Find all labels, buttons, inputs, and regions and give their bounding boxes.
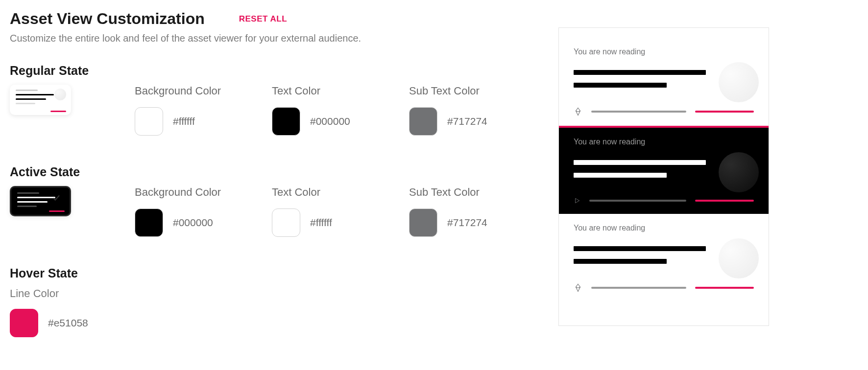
regular-bg-label: Background Color bbox=[135, 85, 242, 97]
svg-marker-0 bbox=[576, 198, 579, 203]
preview-thumbnail-circle bbox=[719, 238, 759, 278]
page-title: Asset View Customization bbox=[10, 10, 205, 28]
hover-line-value: #e51058 bbox=[48, 317, 88, 329]
preview-thumbnail-circle bbox=[719, 62, 759, 102]
regular-state-title: Regular State bbox=[10, 64, 539, 78]
preview-panel: You are now reading You are now reading bbox=[558, 27, 769, 326]
active-bg-swatch[interactable] bbox=[135, 208, 163, 237]
hover-line-swatch[interactable] bbox=[10, 309, 38, 337]
active-text-field: Text Color #ffffff bbox=[272, 186, 380, 237]
regular-text-field: Text Color #000000 bbox=[272, 85, 380, 136]
preview-subtitle: You are now reading bbox=[574, 47, 754, 56]
preview-item-regular: You are now reading bbox=[559, 38, 769, 126]
regular-sub-field: Sub Text Color #717274 bbox=[409, 85, 517, 136]
active-bg-label: Background Color bbox=[135, 186, 242, 199]
active-state-title: Active State bbox=[10, 165, 539, 179]
reset-all-button[interactable]: RESET ALL bbox=[239, 14, 287, 24]
active-bg-field: Background Color #000000 bbox=[135, 186, 242, 237]
regular-bg-field: Background Color #ffffff bbox=[135, 85, 242, 136]
regular-sub-label: Sub Text Color bbox=[409, 85, 517, 97]
hover-state-title: Hover State bbox=[10, 266, 539, 280]
regular-text-swatch[interactable] bbox=[272, 107, 300, 136]
play-icon bbox=[574, 197, 580, 204]
pdf-icon bbox=[574, 283, 582, 292]
regular-bg-swatch[interactable] bbox=[135, 107, 163, 136]
active-sub-field: Sub Text Color #717274 bbox=[409, 186, 517, 237]
regular-state-thumbnail bbox=[10, 85, 71, 115]
check-icon bbox=[52, 193, 61, 202]
active-bg-value: #000000 bbox=[173, 217, 213, 229]
page-subtitle: Customize the entire look and feel of th… bbox=[10, 33, 539, 44]
active-sub-value: #717274 bbox=[447, 217, 487, 229]
active-text-swatch[interactable] bbox=[272, 208, 300, 237]
active-text-label: Text Color bbox=[272, 186, 380, 199]
preview-item-regular: You are now reading bbox=[559, 214, 769, 302]
active-sub-label: Sub Text Color bbox=[409, 186, 517, 199]
active-sub-swatch[interactable] bbox=[409, 208, 437, 237]
regular-sub-swatch[interactable] bbox=[409, 107, 437, 136]
active-state-thumbnail bbox=[10, 186, 71, 216]
regular-bg-value: #ffffff bbox=[173, 116, 195, 127]
preview-thumbnail-circle bbox=[719, 152, 759, 192]
preview-subtitle: You are now reading bbox=[574, 224, 754, 232]
active-text-value: #ffffff bbox=[310, 217, 332, 229]
regular-text-value: #000000 bbox=[310, 116, 350, 127]
preview-subtitle: You are now reading bbox=[574, 138, 754, 146]
regular-sub-value: #717274 bbox=[447, 116, 487, 127]
hover-line-label: Line Color bbox=[10, 287, 539, 300]
preview-item-active: You are now reading bbox=[559, 128, 769, 214]
pdf-icon bbox=[574, 107, 582, 116]
regular-text-label: Text Color bbox=[272, 85, 380, 97]
